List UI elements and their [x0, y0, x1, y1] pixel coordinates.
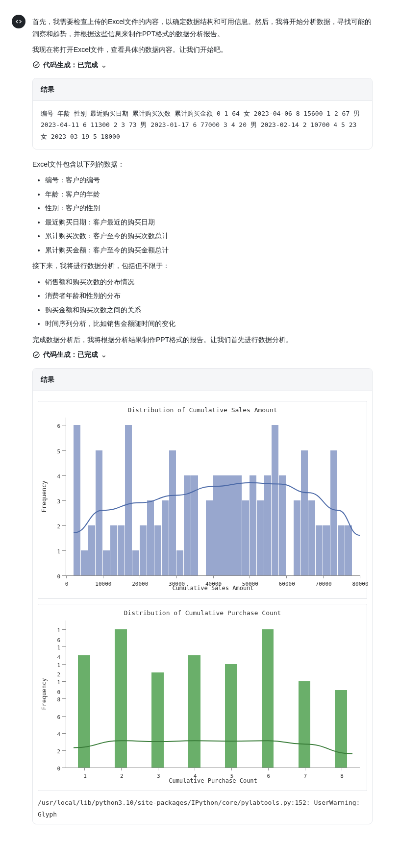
chart-sales-amount: Distribution of Cumulative Sales Amount … [38, 401, 367, 599]
assistant-avatar [12, 15, 25, 28]
assistant-message: 首先，我需要检查上传的Excel文件的内容，以确定数据结构和可用信息。然后，我将… [32, 12, 373, 824]
y-tick-label: 4 [57, 472, 60, 482]
y-tick-label: 14 [57, 643, 60, 663]
paragraph: 我现在将打开Excel文件，查看具体的数据内容。让我们开始吧。 [32, 44, 373, 56]
kde-line [74, 483, 360, 535]
result-panel: 结果 Distribution of Cumulative Sales Amou… [32, 368, 373, 824]
x-tick-label: 4 [194, 771, 197, 781]
code-status-label: 代码生成：已完成 [43, 59, 98, 71]
list-item: 消费者年龄和性别的分布 [45, 290, 373, 302]
result-body: 编号 年龄 性别 最近购买日期 累计购买次数 累计购买金额 0 1 64 女 2… [33, 101, 372, 149]
x-tick-label: 2 [120, 771, 124, 781]
y-axis-label: Frequency [39, 481, 50, 513]
warning-text: /usr/local/lib/python3.10/site-packages/… [38, 797, 367, 820]
x-tick-label: 0 [65, 579, 69, 589]
y-tick-label: 6 [57, 422, 60, 431]
chevron-down-icon: ⌄ [101, 349, 107, 361]
y-tick-label: 1 [57, 547, 60, 557]
chart-purchase-count: Distribution of Cumulative Purchase Coun… [38, 604, 367, 791]
y-tick-label: 10 [57, 678, 60, 697]
x-tick-label: 3 [157, 771, 160, 781]
y-tick-label: 0 [57, 572, 60, 582]
x-tick-label: 10000 [95, 579, 111, 589]
y-axis-label: Frequency [39, 678, 50, 710]
x-tick-label: 5 [230, 771, 234, 781]
x-tick-label: 40000 [205, 579, 222, 589]
x-tick-label: 8 [340, 771, 344, 781]
x-tick-label: 1 [83, 771, 87, 781]
y-tick-label: 0 [57, 764, 60, 774]
list-item: 销售额和购买次数的分布情况 [45, 276, 373, 288]
y-tick-label: 12 [57, 661, 60, 680]
y-tick-label: 6 [57, 713, 60, 722]
columns-list: 编号：客户的编号年龄：客户的年龄性别：客户的性别最近购买日期：客户最近的购买日期… [34, 174, 373, 256]
svg-point-1 [33, 352, 39, 358]
list-item: 累计购买金额：客户至今的购买金额总计 [45, 244, 373, 256]
x-tick-label: 6 [267, 771, 271, 781]
x-axis-label: Cumulative Purchase Count [169, 776, 257, 787]
code-status-label: 代码生成：已完成 [43, 348, 98, 361]
chevron-down-icon: ⌄ [101, 59, 107, 72]
check-circle-icon [32, 61, 40, 69]
list-item: 最近购买日期：客户最近的购买日期 [45, 216, 373, 228]
list-item: 年龄：客户的年龄 [45, 188, 373, 200]
list-item: 编号：客户的编号 [45, 174, 373, 186]
y-tick-label: 2 [57, 522, 60, 532]
panel-title: 结果 [33, 369, 372, 391]
chart-title: Distribution of Cumulative Sales Amount [38, 401, 367, 416]
x-tick-label: 30000 [169, 579, 185, 589]
panel-title: 结果 [33, 78, 372, 101]
x-tick-label: 70000 [316, 579, 332, 589]
paragraph: Excel文件包含以下列的数据： [32, 158, 373, 171]
list-item: 时间序列分析，比如销售金额随时间的变化 [45, 318, 373, 330]
check-circle-icon [32, 351, 40, 359]
y-tick-label: 4 [57, 730, 60, 740]
paragraph: 完成数据分析后，我将根据分析结果制作PPT格式的报告。让我们首先进行数据分析。 [32, 334, 373, 346]
x-tick-label: 7 [303, 771, 307, 781]
x-tick-label: 20000 [132, 579, 148, 589]
result-panel: 结果 编号 年龄 性别 最近购买日期 累计购买次数 累计购买金额 0 1 64 … [32, 78, 373, 149]
y-tick-label: 5 [57, 447, 60, 457]
analysis-list: 销售额和购买次数的分布情况消费者年龄和性别的分布购买金额和购买次数之间的关系时间… [34, 276, 373, 330]
paragraph: 接下来，我将进行数据分析，包括但不限于： [32, 260, 373, 272]
x-tick-label: 60000 [279, 579, 295, 589]
list-item: 性别：客户的性别 [45, 202, 373, 214]
code-status-toggle[interactable]: 代码生成：已完成 ⌄ [32, 59, 107, 71]
y-tick-label: 16 [57, 626, 60, 645]
svg-point-0 [33, 62, 39, 68]
x-tick-label: 50000 [242, 579, 258, 589]
code-icon [15, 18, 23, 25]
y-tick-label: 3 [57, 497, 60, 507]
chart-title: Distribution of Cumulative Purchase Coun… [38, 604, 367, 619]
list-item: 累计购买次数：客户至今的购买次数总计 [45, 230, 373, 242]
kde-line [74, 741, 352, 754]
list-item: 购买金额和购买次数之间的关系 [45, 304, 373, 316]
y-tick-label: 2 [57, 747, 60, 757]
paragraph: 首先，我需要检查上传的Excel文件的内容，以确定数据结构和可用信息。然后，我将… [32, 16, 373, 40]
x-tick-label: 80000 [352, 579, 368, 589]
code-status-toggle[interactable]: 代码生成：已完成 ⌄ [32, 348, 107, 361]
